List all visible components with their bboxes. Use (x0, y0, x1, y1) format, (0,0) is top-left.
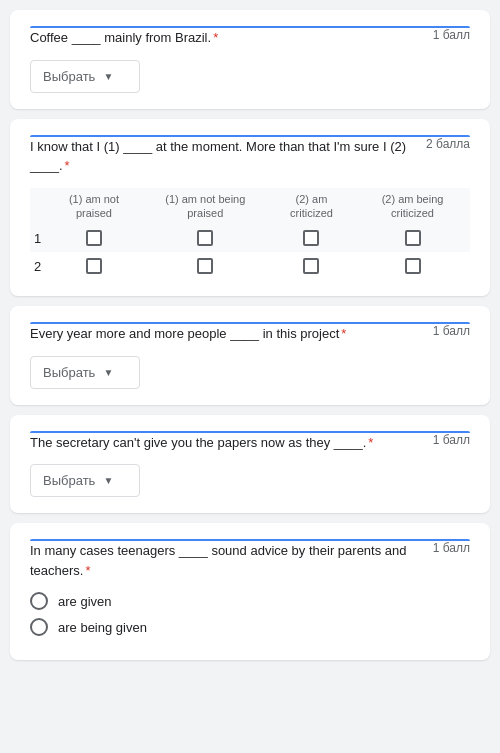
q5-radio-2-icon (30, 618, 48, 636)
q2-checkbox-r2c1[interactable] (86, 258, 102, 274)
q2-row2-col1 (45, 252, 142, 280)
q3-dropdown-label: Выбрать (43, 365, 95, 380)
q4-dropdown-arrow-icon: ▼ (103, 475, 113, 486)
q1-required: * (213, 30, 218, 45)
q5-option-2-label: are being given (58, 620, 147, 635)
q2-col-3: (2) am criticized (268, 188, 355, 225)
q1-header: Coffee ____ mainly from Brazil.* 1 балл (30, 28, 470, 48)
q5-option-1[interactable]: are given (30, 592, 470, 610)
q5-header: In many cases teenagers ____ sound advic… (30, 541, 470, 580)
q4-dropdown[interactable]: Выбрать ▼ (30, 464, 140, 497)
question-1: Coffee ____ mainly from Brazil.* 1 балл … (10, 10, 490, 109)
q2-row2-label: 2 (30, 252, 45, 280)
q2-checkbox-r1c2[interactable] (197, 230, 213, 246)
q4-dropdown-wrapper: Выбрать ▼ (30, 464, 470, 497)
q2-checkbox-r1c4[interactable] (405, 230, 421, 246)
table-row: 1 (30, 224, 470, 252)
q2-points: 2 балла (426, 137, 470, 151)
q3-points: 1 балл (433, 324, 470, 338)
q2-label: I know that I (1) ____ at the moment. Mo… (30, 139, 406, 174)
q1-dropdown[interactable]: Выбрать ▼ (30, 60, 140, 93)
q3-dropdown-wrapper: Выбрать ▼ (30, 356, 470, 389)
q2-row1-col4 (355, 224, 470, 252)
q4-dropdown-label: Выбрать (43, 473, 95, 488)
q3-dropdown[interactable]: Выбрать ▼ (30, 356, 140, 389)
q2-checkbox-r2c2[interactable] (197, 258, 213, 274)
q2-col-1: (1) am not praised (45, 188, 142, 225)
q4-label: The secretary can't give you the papers … (30, 435, 366, 450)
q5-required: * (85, 563, 90, 578)
q2-col-empty (30, 188, 45, 225)
q3-required: * (341, 326, 346, 341)
q5-option-1-label: are given (58, 594, 111, 609)
q2-checkbox-r1c3[interactable] (303, 230, 319, 246)
q1-label: Coffee ____ mainly from Brazil. (30, 30, 211, 45)
q4-required: * (368, 435, 373, 450)
q2-col-4: (2) am being criticized (355, 188, 470, 225)
question-5: In many cases teenagers ____ sound advic… (10, 523, 490, 660)
q3-header: Every year more and more people ____ in … (30, 324, 470, 344)
q2-checkbox-r2c3[interactable] (303, 258, 319, 274)
q2-row1-label: 1 (30, 224, 45, 252)
table-row: 2 (30, 252, 470, 280)
q2-table-header-row: (1) am not praised (1) am not being prai… (30, 188, 470, 225)
q5-radio-1-icon (30, 592, 48, 610)
q5-options: are given are being given (30, 592, 470, 636)
q2-row1-col2 (143, 224, 268, 252)
q2-checkbox-r1c1[interactable] (86, 230, 102, 246)
question-4: The secretary can't give you the papers … (10, 415, 490, 514)
q2-col-2: (1) am not being praised (143, 188, 268, 225)
q2-checkbox-r2c4[interactable] (405, 258, 421, 274)
q2-row2-col2 (143, 252, 268, 280)
q1-dropdown-wrapper: Выбрать ▼ (30, 60, 470, 93)
q1-text: Coffee ____ mainly from Brazil.* (30, 28, 433, 48)
q2-required: * (65, 158, 70, 173)
q2-header: I know that I (1) ____ at the moment. Mo… (30, 137, 470, 176)
q3-label: Every year more and more people ____ in … (30, 326, 339, 341)
q1-points: 1 балл (433, 28, 470, 42)
q5-option-2[interactable]: are being given (30, 618, 470, 636)
q3-dropdown-arrow-icon: ▼ (103, 367, 113, 378)
question-3: Every year more and more people ____ in … (10, 306, 490, 405)
q1-dropdown-arrow-icon: ▼ (103, 71, 113, 82)
q2-row2-col4 (355, 252, 470, 280)
q2-row1-col3 (268, 224, 355, 252)
q4-header: The secretary can't give you the papers … (30, 433, 470, 453)
q4-points: 1 балл (433, 433, 470, 447)
q5-points: 1 балл (433, 541, 470, 555)
q2-text: I know that I (1) ____ at the moment. Mo… (30, 137, 426, 176)
q4-text: The secretary can't give you the papers … (30, 433, 433, 453)
q1-dropdown-label: Выбрать (43, 69, 95, 84)
q2-table: (1) am not praised (1) am not being prai… (30, 188, 470, 281)
q2-row1-col1 (45, 224, 142, 252)
question-2: I know that I (1) ____ at the moment. Mo… (10, 119, 490, 297)
q5-text: In many cases teenagers ____ sound advic… (30, 541, 433, 580)
q2-row2-col3 (268, 252, 355, 280)
q3-text: Every year more and more people ____ in … (30, 324, 433, 344)
q2-table-container: (1) am not praised (1) am not being prai… (30, 188, 470, 281)
